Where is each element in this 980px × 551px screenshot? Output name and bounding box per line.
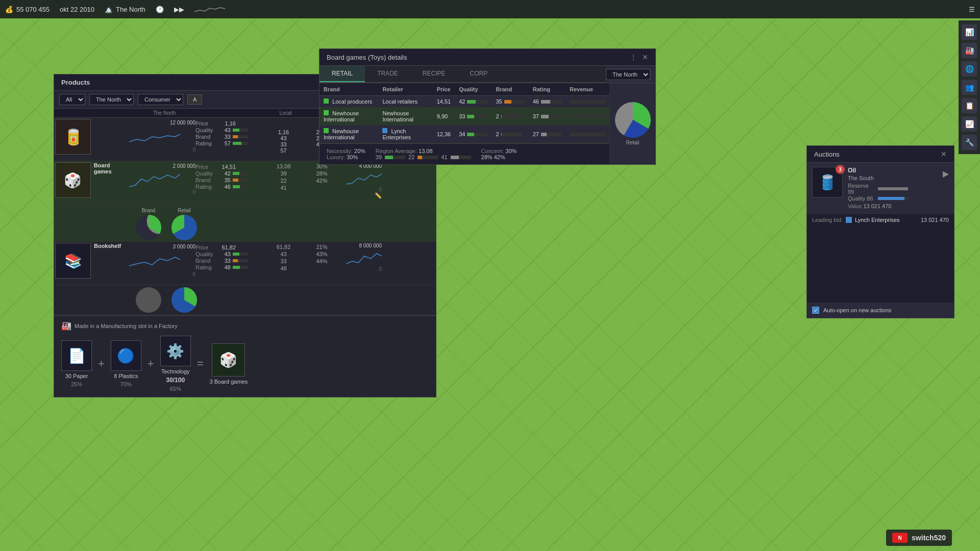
- detail-tabs-bar: RETAIL TRADE RECIPE CORP The North: [320, 66, 655, 83]
- auction-nav-icon[interactable]: ▶: [943, 169, 949, 179]
- close-detail-icon[interactable]: ✕: [642, 53, 648, 61]
- sidebar-icon-1[interactable]: 📊: [962, 24, 977, 40]
- luxury-stat: Luxury: 30%: [327, 154, 365, 160]
- col-header-revenue: The North: [131, 110, 198, 116]
- recipe-section: 🏭 Made in a Manufacturing slot in a Fact…: [54, 315, 436, 397]
- speed-controls[interactable]: ▶▶: [174, 6, 184, 13]
- detail-retail-pie: [615, 102, 651, 138]
- tab-trade[interactable]: TRADE: [365, 66, 410, 82]
- rating-cell-3: 27: [533, 131, 561, 137]
- sidebar-icon-5[interactable]: 📋: [962, 98, 977, 113]
- bookshelf-rev2: 8 000 000 0: [341, 243, 382, 272]
- detail-region-select[interactable]: The North: [606, 69, 650, 80]
- price-3: 12,36: [433, 126, 455, 143]
- board-games-thumb: 🎲: [55, 162, 91, 198]
- auto-open-row: ✓ Auto-open on new auctions: [807, 303, 954, 318]
- tab-retail[interactable]: RETAIL: [320, 66, 365, 82]
- brand-name-3: Newhouse International: [324, 128, 359, 140]
- detail-pie-label: Retail: [626, 140, 640, 145]
- canned-food-revenue-area: 12 000 000 0: [129, 119, 195, 153]
- auto-open-checkbox[interactable]: ✓: [812, 307, 819, 314]
- equals: =: [197, 357, 204, 370]
- board-games-revenue-area: 2 000 000 0: [129, 162, 195, 195]
- edit-icon[interactable]: ✏️: [375, 192, 382, 199]
- sidebar-icon-6[interactable]: 📈: [962, 116, 977, 132]
- detail-panel-title: Board games (Toys) details: [327, 54, 407, 61]
- close-auctions-icon[interactable]: ✕: [941, 150, 947, 158]
- th-rating: Rating: [529, 83, 566, 96]
- table-row: Newhouse International Lynch Enterprises…: [320, 126, 609, 143]
- bookshelf-retail-pie: [172, 287, 197, 313]
- factory-icon: 🏭: [61, 321, 71, 331]
- date-value: okt 22 2010: [60, 6, 94, 13]
- quality-cell-2: 33: [459, 113, 487, 119]
- canned-food-sparkline: [129, 127, 180, 147]
- plus-2: +: [148, 357, 154, 370]
- detail-footer: Necessity: 20% Luxury: 30% Region Averag…: [320, 143, 609, 164]
- canned-food-local: 1,16 43 33 57: [264, 119, 303, 154]
- bookshelf-avg: 21% 43% 44%: [303, 243, 341, 264]
- recipe-output: 🎲 3 Board games: [210, 343, 248, 385]
- quality-cell-1: 42: [459, 98, 487, 105]
- price-1: 14,51: [433, 96, 455, 108]
- retailer-2: Newhouse International: [378, 108, 432, 126]
- bookshelf-name: Bookshelf: [94, 243, 121, 249]
- bid-company-flag: [846, 217, 852, 223]
- region-avg-bars: 39 22 41: [376, 154, 471, 160]
- board-games-avg: 30% 28% 42%: [303, 162, 341, 184]
- bid-amount: 13 021 470: [921, 217, 949, 223]
- col-header-local: Local: [266, 110, 305, 116]
- producer-flag-2: [324, 110, 329, 115]
- auction-item-name: Oil: [848, 167, 938, 174]
- auction-value: Value 13 021 470: [848, 203, 938, 209]
- filter-all-select[interactable]: All: [59, 94, 85, 105]
- board-games-pie-row: Brand Retail: [54, 205, 436, 242]
- bookshelf-brand-pie-chart: [136, 287, 161, 313]
- sidebar-icon-7[interactable]: 🔧: [962, 135, 977, 150]
- board-games-rev2: 4 000 000 0 ✏️: [341, 162, 382, 199]
- auctions-panel: Auctions ✕ 🛢️ 3 Oil The South Reserve 99…: [806, 145, 954, 318]
- logo-text: switch520: [912, 534, 946, 542]
- chart-display: [194, 4, 225, 14]
- board-games-rev-chart2: [346, 169, 382, 187]
- auction-item-image: 🛢️ 3: [812, 167, 843, 197]
- more-options-icon[interactable]: ⋮: [630, 53, 637, 61]
- auction-item: 🛢️ 3 Oil The South Reserve 99 Quality 86…: [807, 163, 954, 214]
- top-bar: 💰 55 070 455 okt 22 2010 🏔️ The North 🕐 …: [0, 0, 980, 18]
- brand-cell-2: 2: [496, 113, 524, 119]
- bid-company: Lynch Enterprises: [855, 217, 900, 223]
- sidebar-icon-4[interactable]: 👥: [962, 80, 977, 95]
- board-games-sparkline: [129, 169, 180, 189]
- brand-name-2: Newhouse International: [324, 110, 359, 122]
- recipe-item-plastics: 🔵 8 Plastics 70%: [111, 340, 141, 387]
- quality-cell-3: 34: [459, 131, 487, 137]
- canned-food-thumb: 🥫: [55, 119, 91, 155]
- detail-title-bar: Board games (Toys) details ⋮ ✕: [320, 49, 655, 66]
- plastics-label: 8 Plastics: [114, 373, 138, 379]
- auction-item-details: Oil The South Reserve 99 Quality 86 Valu…: [848, 167, 938, 209]
- board-games-name: Board games: [94, 162, 129, 174]
- price-2: 9,90: [433, 108, 455, 126]
- recipe-items: 📄 30 Paper 25% + 🔵 8 Plastics 70% + ⚙️ T…: [61, 336, 429, 392]
- col-header-metrics: [198, 110, 266, 116]
- output-icon: 🎲: [212, 343, 245, 377]
- brand-cell-1: 35: [496, 98, 524, 105]
- sidebar-icon-2[interactable]: 🏭: [962, 43, 977, 58]
- filter-type-select[interactable]: Consumer: [138, 94, 183, 105]
- board-games-metrics: Price14,51 Quality42 Brand35 Rating46: [195, 162, 264, 190]
- sidebar-icon-3[interactable]: 🌐: [962, 61, 977, 77]
- menu-button[interactable]: ☰: [969, 6, 975, 13]
- brand-cell-3: 2: [496, 131, 524, 137]
- detail-table: Brand Retailer Price Quality Brand Ratin…: [320, 83, 609, 143]
- logo-icon: N: [892, 533, 908, 543]
- tab-corp[interactable]: CORP: [457, 66, 500, 82]
- bookshelf-sparkline: [129, 249, 180, 270]
- switch520-logo: N switch520: [886, 530, 952, 546]
- filter-region-select[interactable]: The North: [89, 94, 134, 105]
- svg-point-2: [136, 287, 161, 313]
- auction-stat-reserve: Reserve 99: [848, 183, 938, 195]
- bid-row: Leading bid: Lynch Enterprises 13 021 47…: [807, 214, 954, 226]
- tab-recipe[interactable]: RECIPE: [410, 66, 458, 82]
- filter-apply-button[interactable]: A: [187, 94, 202, 105]
- canned-food-metrics: Price1,16 Quality43 Brand33 Rating57: [195, 119, 264, 147]
